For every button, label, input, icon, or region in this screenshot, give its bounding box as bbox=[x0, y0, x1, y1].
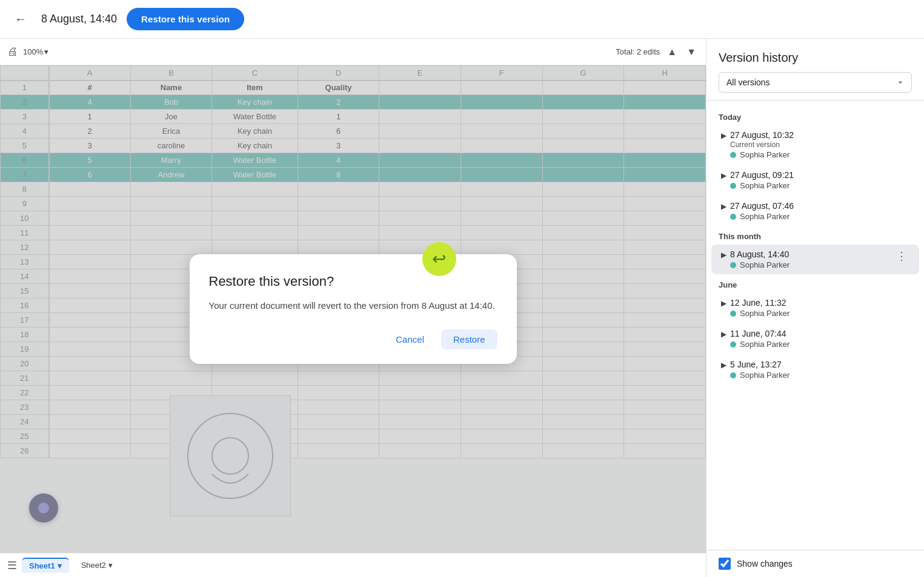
sheet2-dropdown-icon: ▾ bbox=[108, 561, 113, 570]
author-name: Sophia Parker bbox=[740, 309, 789, 318]
zoom-control[interactable]: 100% ▾ bbox=[23, 47, 48, 56]
document-timestamp: 8 August, 14:40 bbox=[41, 13, 117, 25]
modal-title: Restore this version? bbox=[209, 274, 497, 289]
version-menu-button[interactable]: ⋮ bbox=[894, 249, 909, 263]
sidebar-header: Version history All versions Named versi… bbox=[706, 39, 924, 101]
modal-body: Your current document will revert to the… bbox=[209, 299, 497, 313]
version-time: 27 August, 10:32 bbox=[730, 130, 909, 140]
version-item-info: 27 August, 09:21Sophia Parker bbox=[730, 170, 909, 190]
version-item-info: 8 August, 14:40Sophia Parker bbox=[730, 249, 894, 269]
author-name: Sophia Parker bbox=[740, 212, 789, 221]
author-dot bbox=[730, 214, 736, 220]
zoom-label: 100% bbox=[23, 47, 43, 56]
version-item-info: 27 August, 10:32Current versionSophia Pa… bbox=[730, 130, 909, 159]
show-changes-checkbox[interactable] bbox=[719, 558, 731, 570]
spreadsheet-grid-wrapper: A B C D E F G H 1 # Name bbox=[0, 65, 706, 553]
version-list-item[interactable]: ▶8 August, 14:40Sophia Parker⋮ bbox=[711, 245, 919, 274]
version-time: 27 August, 07:46 bbox=[730, 201, 909, 211]
zoom-dropdown-icon: ▾ bbox=[44, 47, 48, 56]
spreadsheet-area: 🖨 100% ▾ Total: 2 edits ▲ ▼ A B C bbox=[0, 39, 706, 577]
app-header: ← 8 August, 14:40 Restore this version bbox=[0, 0, 924, 39]
restore-this-version-button[interactable]: Restore this version bbox=[127, 8, 244, 30]
version-time: 8 August, 14:40 bbox=[730, 249, 894, 259]
bottom-bar: ☰ Sheet1 ▾ Sheet2 ▾ bbox=[0, 553, 706, 577]
version-time: 12 June, 11:32 bbox=[730, 298, 909, 308]
version-author: Sophia Parker bbox=[730, 260, 894, 269]
version-list-item[interactable]: ▶27 August, 07:46Sophia Parker bbox=[711, 196, 919, 226]
sheet2-tab[interactable]: Sheet2 ▾ bbox=[74, 558, 120, 572]
modal-restore-button[interactable]: Restore bbox=[441, 329, 497, 349]
version-expand-icon: ▶ bbox=[721, 330, 726, 338]
version-author: Sophia Parker bbox=[730, 371, 909, 380]
version-author: Sophia Parker bbox=[730, 150, 909, 159]
sheet1-label: Sheet1 bbox=[29, 561, 55, 570]
author-dot bbox=[730, 372, 736, 378]
edits-down-button[interactable]: ▼ bbox=[684, 44, 699, 60]
sheet1-tab[interactable]: Sheet1 ▾ bbox=[22, 558, 69, 573]
author-dot bbox=[730, 152, 736, 158]
sidebar-content: Today▶27 August, 10:32Current versionSop… bbox=[706, 101, 924, 550]
modal-cancel-button[interactable]: Cancel bbox=[384, 329, 436, 349]
author-name: Sophia Parker bbox=[740, 181, 789, 190]
author-dot bbox=[730, 262, 736, 268]
version-expand-icon: ▶ bbox=[721, 171, 726, 180]
sidebar-title: Version history bbox=[719, 51, 912, 65]
section-label: June bbox=[706, 275, 924, 292]
modal-actions: Cancel Restore bbox=[209, 329, 497, 349]
author-name: Sophia Parker bbox=[740, 150, 789, 159]
version-time: 11 June, 07:44 bbox=[730, 329, 909, 338]
version-item-info: 12 June, 11:32Sophia Parker bbox=[730, 298, 909, 318]
back-button[interactable]: ← bbox=[10, 8, 32, 30]
show-changes-label: Show changes bbox=[737, 559, 793, 569]
version-author: Sophia Parker bbox=[730, 309, 909, 318]
version-time: 27 August, 09:21 bbox=[730, 170, 909, 180]
sheet2-label: Sheet2 bbox=[81, 561, 106, 570]
edits-up-button[interactable]: ▲ bbox=[665, 44, 679, 60]
version-list-item[interactable]: ▶12 June, 11:32Sophia Parker bbox=[711, 293, 919, 323]
author-name: Sophia Parker bbox=[740, 340, 789, 349]
version-author: Sophia Parker bbox=[730, 181, 909, 190]
version-item-info: 27 August, 07:46Sophia Parker bbox=[730, 201, 909, 221]
sidebar-footer: Show changes bbox=[706, 550, 924, 577]
main-layout: 🖨 100% ▾ Total: 2 edits ▲ ▼ A B C bbox=[0, 39, 924, 577]
edits-total-label: Total: 2 edits bbox=[616, 47, 660, 56]
author-name: Sophia Parker bbox=[740, 260, 789, 269]
version-list-item[interactable]: ▶27 August, 10:32Current versionSophia P… bbox=[711, 125, 919, 164]
author-name: Sophia Parker bbox=[740, 371, 789, 380]
author-dot bbox=[730, 183, 736, 189]
version-expand-icon: ▶ bbox=[721, 251, 726, 259]
author-dot bbox=[730, 311, 736, 317]
versions-dropdown[interactable]: All versions Named versions bbox=[719, 72, 912, 93]
section-label: Today bbox=[706, 108, 924, 124]
sheet1-dropdown-icon: ▾ bbox=[58, 561, 62, 570]
version-author: Sophia Parker bbox=[730, 212, 909, 221]
version-note: Current version bbox=[730, 140, 909, 149]
version-expand-icon: ▶ bbox=[721, 299, 726, 308]
version-list-item[interactable]: ▶11 June, 07:44Sophia Parker bbox=[711, 324, 919, 354]
version-item-info: 5 June, 13:27Sophia Parker bbox=[730, 360, 909, 380]
restore-modal: ↩ Restore this version? Your current doc… bbox=[190, 254, 517, 364]
version-item-info: 11 June, 07:44Sophia Parker bbox=[730, 329, 909, 349]
version-expand-icon: ▶ bbox=[721, 131, 726, 140]
version-list-item[interactable]: ▶5 June, 13:27Sophia Parker bbox=[711, 355, 919, 384]
version-sidebar: Version history All versions Named versi… bbox=[706, 39, 924, 577]
version-expand-icon: ▶ bbox=[721, 361, 726, 369]
version-time: 5 June, 13:27 bbox=[730, 360, 909, 369]
version-expand-icon: ▶ bbox=[721, 202, 726, 211]
toolbar: 🖨 100% ▾ Total: 2 edits ▲ ▼ bbox=[0, 39, 706, 65]
version-list-item[interactable]: ▶27 August, 09:21Sophia Parker bbox=[711, 165, 919, 195]
version-author: Sophia Parker bbox=[730, 340, 909, 349]
sheets-menu-icon[interactable]: ☰ bbox=[7, 559, 17, 572]
edits-info: Total: 2 edits ▲ ▼ bbox=[616, 44, 699, 60]
author-dot bbox=[730, 341, 736, 348]
section-label: This month bbox=[706, 227, 924, 243]
modal-overlay: ↩ Restore this version? Your current doc… bbox=[0, 65, 706, 553]
modal-restore-icon: ↩ bbox=[422, 242, 456, 276]
print-icon[interactable]: 🖨 bbox=[7, 45, 18, 58]
